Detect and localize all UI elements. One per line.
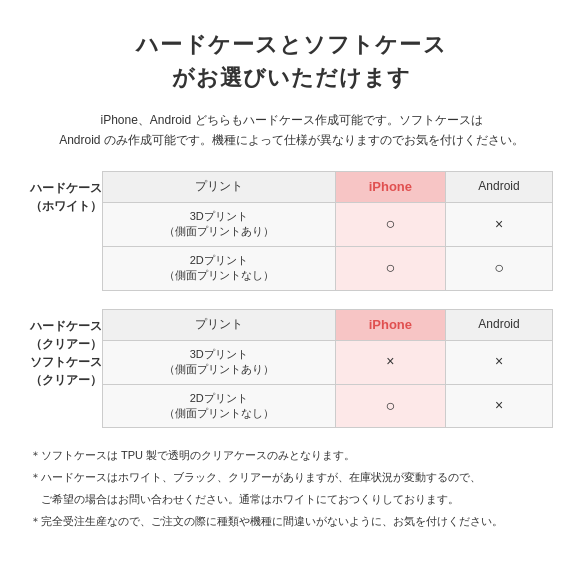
- td-android-2d-2: ×: [446, 384, 553, 428]
- table-row: 3Dプリント（側面プリントあり） × ×: [103, 340, 553, 384]
- td-iphone-2d-1: ○: [335, 246, 446, 290]
- table-row: 3Dプリント（側面プリントあり） ○ ×: [103, 202, 553, 246]
- row-header-1: ハードケース （ホワイト）: [30, 171, 102, 215]
- th-print-1: プリント: [103, 171, 336, 202]
- td-print-2d-1: 2Dプリント（側面プリントなし）: [103, 246, 336, 290]
- td-print-3d-1: 3Dプリント（側面プリントあり）: [103, 202, 336, 246]
- td-iphone-2d-2: ○: [335, 384, 446, 428]
- table-row: 2Dプリント（側面プリントなし） ○ ×: [103, 384, 553, 428]
- note-1: ＊ソフトケースは TPU 製で透明のクリアケースのみとなります。: [30, 446, 553, 466]
- table-1: プリント iPhone Android 3Dプリント（側面プリントあり） ○ ×…: [102, 171, 553, 291]
- td-android-3d-1: ×: [446, 202, 553, 246]
- table-wrapper-1: ハードケース （ホワイト） プリント iPhone Android 3Dプリント…: [30, 171, 553, 291]
- notes-section: ＊ソフトケースは TPU 製で透明のクリアケースのみとなります。 ＊ハードケース…: [30, 446, 553, 531]
- note-2b: ご希望の場合はお問い合わせください。通常はホワイトにておつくりしております。: [30, 490, 553, 510]
- table-2: プリント iPhone Android 3Dプリント（側面プリントあり） × ×…: [102, 309, 553, 429]
- th-android-1: Android: [446, 171, 553, 202]
- th-iphone-1: iPhone: [335, 171, 446, 202]
- row-header-2: ハードケース （クリアー） ソフトケース （クリアー）: [30, 309, 102, 389]
- td-android-2d-1: ○: [446, 246, 553, 290]
- td-print-2d-2: 2Dプリント（側面プリントなし）: [103, 384, 336, 428]
- th-print-2: プリント: [103, 309, 336, 340]
- description-text: iPhone、Android どちらもハードケース作成可能です。ソフトケースは …: [30, 110, 553, 151]
- td-iphone-3d-1: ○: [335, 202, 446, 246]
- th-iphone-2: iPhone: [335, 309, 446, 340]
- td-print-3d-2: 3Dプリント（側面プリントあり）: [103, 340, 336, 384]
- page-container: ハードケースとソフトケース がお選びいただけます iPhone、Android …: [0, 0, 583, 557]
- td-iphone-3d-2: ×: [335, 340, 446, 384]
- section-clear: ハードケース （クリアー） ソフトケース （クリアー） プリント iPhone …: [30, 309, 553, 429]
- td-android-3d-2: ×: [446, 340, 553, 384]
- main-title: ハードケースとソフトケース がお選びいただけます: [30, 28, 553, 94]
- note-2: ＊ハードケースはホワイト、ブラック、クリアーがありますが、在庫状況が変動するので…: [30, 468, 553, 488]
- th-android-2: Android: [446, 309, 553, 340]
- section-hard-white: ハードケース （ホワイト） プリント iPhone Android 3Dプリント…: [30, 171, 553, 291]
- table-wrapper-2: ハードケース （クリアー） ソフトケース （クリアー） プリント iPhone …: [30, 309, 553, 429]
- table-row: 2Dプリント（側面プリントなし） ○ ○: [103, 246, 553, 290]
- note-3: ＊完全受注生産なので、ご注文の際に種類や機種に間違いがないように、お気を付けくだ…: [30, 512, 553, 532]
